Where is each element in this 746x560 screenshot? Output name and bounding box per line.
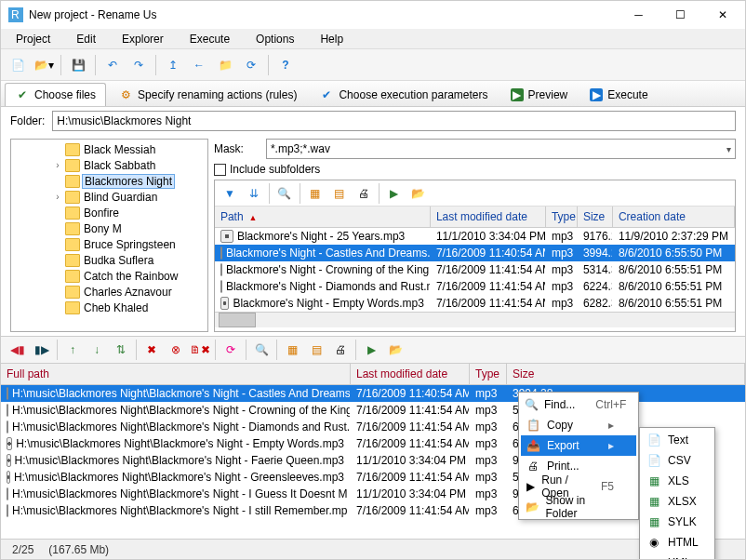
add-sel-button[interactable]: ▼ bbox=[219, 182, 241, 205]
tree-item[interactable]: Bruce Springsteen bbox=[11, 236, 207, 252]
movedown-button[interactable]: ↓ bbox=[86, 339, 108, 361]
tree-item[interactable]: Catch the Rainbow bbox=[11, 268, 207, 284]
up-button[interactable]: ↥ bbox=[162, 54, 184, 76]
selection-grid-header[interactable]: Full path Last modified date Type Size bbox=[1, 364, 745, 385]
menu-options[interactable]: Options bbox=[245, 30, 305, 48]
menu-icon: 🖨 bbox=[525, 460, 541, 473]
remove-button[interactable]: ✖ bbox=[140, 339, 163, 361]
file-row[interactable]: Blackmore's Night - Crowning of the King… bbox=[215, 261, 735, 278]
export-sylk[interactable]: ▦SYLK bbox=[642, 512, 713, 532]
search-button[interactable]: 🔍 bbox=[273, 182, 296, 205]
save-button[interactable]: 💾 bbox=[67, 54, 89, 76]
h-scroll[interactable] bbox=[215, 312, 735, 327]
col-type2[interactable]: Type bbox=[470, 364, 507, 384]
menu-explorer[interactable]: Explorer bbox=[111, 30, 175, 48]
tree-item[interactable]: ›Blind Guardian bbox=[11, 189, 207, 205]
col-size[interactable]: Size bbox=[578, 207, 613, 227]
export-xlsx[interactable]: ▦XLSX bbox=[642, 491, 713, 512]
reload-button[interactable]: ⟳ bbox=[220, 339, 242, 361]
maximize-button[interactable]: ☐ bbox=[659, 1, 701, 29]
cols2-button[interactable]: ▦ bbox=[281, 339, 303, 361]
showfolder-button[interactable]: 📂 bbox=[407, 182, 430, 205]
tree-item[interactable]: Bonfire bbox=[11, 205, 207, 220]
menu-item-find-[interactable]: 🔍Find...Ctrl+F bbox=[521, 394, 636, 415]
file-row[interactable]: Blackmore's Night - 25 Years.mp311/1/201… bbox=[215, 228, 735, 245]
grid-cols-button[interactable]: ▦ bbox=[304, 182, 326, 205]
chevron-down-icon: ▾ bbox=[726, 144, 731, 154]
folder-button[interactable]: 📁 bbox=[214, 54, 236, 76]
help-button[interactable]: ? bbox=[274, 54, 297, 76]
files-grid-toolbar: ▼ ⇊ 🔍 ▦ ▤ 🖨 ▶ 📂 bbox=[215, 180, 735, 207]
col-created[interactable]: Creation date bbox=[613, 207, 735, 227]
redo-button[interactable]: ↷ bbox=[127, 54, 150, 76]
mp3-icon bbox=[7, 437, 12, 450]
folder-tree[interactable]: Black Messiah›Black SabbathBlackmores Ni… bbox=[10, 139, 208, 332]
back-button[interactable]: ← bbox=[188, 54, 210, 76]
col-fullpath[interactable]: Full path bbox=[1, 364, 351, 384]
mask-combo[interactable]: *.mp3;*.wav▾ bbox=[266, 139, 736, 159]
file-row[interactable]: Blackmore's Night - Empty Words.mp37/16/… bbox=[215, 295, 735, 312]
format-icon: ◉ bbox=[646, 556, 662, 560]
refresh-button[interactable]: ⟳ bbox=[240, 54, 262, 76]
tree-item[interactable]: Cheb Khaled bbox=[11, 300, 207, 315]
close-button[interactable]: ✕ bbox=[701, 1, 743, 29]
print-button[interactable]: 🖨 bbox=[353, 182, 375, 205]
tree-item[interactable]: Blackmores Night bbox=[11, 173, 207, 189]
sort-button[interactable]: ⇅ bbox=[110, 339, 132, 361]
col-mod[interactable]: Last modified date bbox=[431, 207, 546, 227]
open-button[interactable]: 📂▾ bbox=[33, 54, 55, 76]
menu-execute[interactable]: Execute bbox=[179, 30, 241, 48]
tree-item[interactable]: Charles Aznavour bbox=[11, 284, 207, 300]
col-mod2[interactable]: Last modified date bbox=[351, 364, 470, 384]
folder-icon bbox=[65, 286, 80, 299]
mp3-icon bbox=[7, 471, 10, 484]
grid-opts-button[interactable]: ▤ bbox=[328, 182, 351, 205]
minimize-button[interactable]: ─ bbox=[618, 1, 659, 29]
export-xml[interactable]: ◉XML bbox=[642, 553, 713, 560]
folder-input[interactable] bbox=[52, 111, 736, 131]
col-type[interactable]: Type bbox=[546, 207, 578, 227]
search2-button[interactable]: 🔍 bbox=[250, 339, 273, 361]
menu-project[interactable]: Project bbox=[5, 30, 61, 48]
tab-params[interactable]: ✔Choose execution parameters bbox=[309, 83, 498, 106]
include-subfolders-checkbox[interactable] bbox=[214, 164, 226, 176]
tree-item[interactable]: ›Black Sabbath bbox=[11, 157, 207, 173]
print2-button[interactable]: 🖨 bbox=[329, 339, 352, 361]
tab-rules[interactable]: ⚙Specify renaming actions (rules) bbox=[108, 83, 307, 106]
tree-item[interactable]: Bony M bbox=[11, 220, 207, 236]
last-button[interactable]: ▮▶ bbox=[31, 339, 53, 361]
menu-help[interactable]: Help bbox=[309, 30, 354, 48]
add-all-button[interactable]: ⇊ bbox=[243, 182, 265, 205]
tab-preview[interactable]: ▶Preview bbox=[500, 83, 579, 106]
mp3-icon bbox=[220, 247, 222, 260]
undo-button[interactable]: ↶ bbox=[101, 54, 124, 76]
tab-execute[interactable]: ▶Execute bbox=[579, 83, 658, 106]
first-button[interactable]: ◀▮ bbox=[7, 339, 29, 361]
removeall-button[interactable]: ⊗ bbox=[165, 339, 187, 361]
files-grid-header[interactable]: Path Last modified date Type Size Creati… bbox=[215, 207, 735, 228]
menu-item-export[interactable]: 📤Export▸ bbox=[521, 435, 636, 456]
moveup-button[interactable]: ↑ bbox=[61, 339, 84, 361]
export-text[interactable]: 📄Text bbox=[642, 430, 713, 450]
run-button[interactable]: ▶ bbox=[383, 182, 406, 205]
tree-item[interactable]: Budka Suflera bbox=[11, 252, 207, 268]
col-size2[interactable]: Size bbox=[507, 364, 745, 384]
opts2-button[interactable]: ▤ bbox=[305, 339, 327, 361]
new-button[interactable]: 📄 bbox=[7, 54, 29, 76]
file-row[interactable]: Blackmore's Night - Castles And Dreams.m… bbox=[215, 245, 735, 261]
menu-item-show-in-folder[interactable]: 📂Show in Folder bbox=[521, 497, 636, 517]
file-row[interactable]: Blackmore's Night - Diamonds and Rust.m7… bbox=[215, 278, 735, 295]
submenu-arrow-icon: ▸ bbox=[593, 419, 614, 432]
files-grid: ▼ ⇊ 🔍 ▦ ▤ 🖨 ▶ 📂 Path Last modified date … bbox=[214, 180, 736, 332]
tree-item[interactable]: Black Messiah bbox=[11, 141, 207, 157]
export-csv[interactable]: 📄CSV bbox=[642, 450, 713, 471]
menu-item-copy[interactable]: 📋Copy▸ bbox=[521, 415, 636, 435]
removefile-button[interactable]: 🗎✖ bbox=[189, 339, 211, 361]
export-html[interactable]: ◉HTML bbox=[642, 532, 713, 553]
menu-edit[interactable]: Edit bbox=[65, 30, 107, 48]
export-xls[interactable]: ▦XLS bbox=[642, 471, 713, 491]
run2-button[interactable]: ▶ bbox=[360, 339, 382, 361]
folder2-button[interactable]: 📂 bbox=[384, 339, 406, 361]
tab-choose-files[interactable]: ✔Choose files bbox=[5, 83, 106, 106]
col-path[interactable]: Path bbox=[215, 207, 431, 227]
